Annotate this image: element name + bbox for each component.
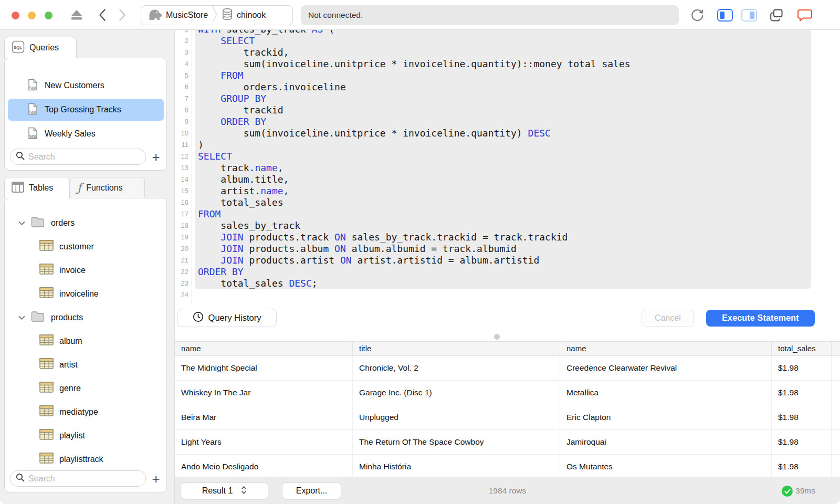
code-line: ) — [198, 139, 631, 151]
schema-folder-row[interactable]: products — [8, 306, 164, 329]
right-panel-fill — [750, 12, 754, 19]
clock-icon — [193, 311, 204, 324]
table-cell-spare — [832, 455, 840, 479]
table-cell: Chronicle, Vol. 2 — [353, 356, 560, 380]
line-number: 1 — [175, 30, 188, 35]
sql-code[interactable]: WITH sales_by_track AS ( SELECT trackid,… — [198, 30, 631, 301]
chevron-down-icon[interactable] — [18, 218, 25, 228]
table-cell: Metallica — [560, 381, 772, 405]
close-window-button[interactable] — [12, 12, 19, 19]
query-list-item[interactable]: SQL Top Grossing Tracks — [8, 99, 164, 121]
toggle-left-sidebar-button[interactable] — [717, 9, 733, 22]
schema-table-row[interactable]: customer — [8, 235, 164, 258]
schema-table-label: artist — [59, 360, 78, 370]
tables-search-input[interactable] — [28, 474, 140, 484]
breadcrumb-database[interactable]: chinook — [237, 10, 266, 20]
main-area: 123456789101112131415161718192021222324 … — [175, 30, 840, 504]
sql-editor[interactable]: 123456789101112131415161718192021222324 … — [175, 30, 840, 304]
table-row[interactable]: Ando Meio DesligadoMinha HistóriaOs Muta… — [175, 455, 840, 479]
code-line: album.title, — [198, 174, 631, 185]
zoom-window-button[interactable] — [45, 12, 52, 19]
column-header[interactable]: name — [175, 342, 353, 355]
execute-statement-button[interactable]: Execute Statement — [706, 310, 815, 327]
schema-table-label: mediatype — [59, 407, 98, 417]
minimize-window-button[interactable] — [28, 12, 36, 19]
query-history-button[interactable]: Query History — [177, 309, 277, 327]
tab-queries[interactable]: SQL Queries — [4, 37, 77, 58]
table-icon — [39, 405, 54, 418]
table-cell: $1.98 — [772, 455, 832, 479]
query-item-label: Top Grossing Tracks — [45, 105, 121, 114]
sql-badge-icon: SQL — [12, 40, 25, 56]
table-row[interactable]: Light YearsThe Return Of The Space Cowbo… — [175, 430, 840, 455]
tab-tables[interactable]: Tables — [4, 177, 70, 198]
line-number: 13 — [175, 162, 188, 174]
breadcrumb-server[interactable]: MusicStore — [166, 10, 208, 20]
queries-search-input[interactable] — [28, 152, 140, 162]
schema-table-row[interactable]: mediatype — [8, 400, 164, 424]
table-cell-spare — [832, 356, 840, 380]
forward-button[interactable] — [118, 8, 127, 22]
line-number: 9 — [175, 116, 188, 128]
tables-search-field[interactable] — [10, 470, 146, 487]
tab-queries-label: Queries — [29, 43, 59, 52]
line-number: 22 — [175, 266, 188, 278]
toggle-right-sidebar-button[interactable] — [741, 9, 757, 22]
tab-functions-label: Functions — [86, 183, 122, 193]
svg-text:SQL: SQL — [29, 110, 37, 114]
schema-table-label: genre — [59, 384, 81, 393]
queries-search-field[interactable] — [10, 149, 146, 165]
chat-bubble-icon[interactable] — [797, 8, 813, 23]
line-number: 24 — [175, 289, 188, 301]
schema-table-row[interactable]: artist — [8, 353, 164, 376]
refresh-icon[interactable] — [690, 7, 705, 22]
results-splitter[interactable] — [175, 331, 840, 331]
code-line: total_sales — [198, 197, 631, 208]
tables-panel: orders customer invoice invoiceline prod… — [4, 198, 167, 492]
schema-table-row[interactable]: playlisttrack — [8, 447, 164, 471]
code-line: JOIN products.track ON sales_by_track.tr… — [198, 232, 631, 243]
column-header[interactable]: name — [560, 342, 772, 355]
line-number: 7 — [175, 93, 188, 104]
line-number: 16 — [175, 197, 188, 208]
line-number-gutter: 123456789101112131415161718192021222324 — [175, 30, 188, 301]
add-table-button[interactable]: + — [150, 472, 162, 486]
tab-functions[interactable]: ƒ Functions — [70, 177, 145, 198]
code-line: total_sales DESC; — [198, 278, 631, 289]
schema-table-row[interactable]: invoice — [8, 258, 164, 282]
eject-disconnect-button[interactable] — [70, 8, 83, 22]
query-list-item[interactable]: SQL New Customers — [8, 75, 164, 97]
table-row[interactable]: Beira MarUnpluggedEric Clapton$1.98 — [175, 405, 840, 430]
breadcrumb-separator — [212, 5, 218, 26]
table-row[interactable]: Whiskey In The JarGarage Inc. (Disc 1)Me… — [175, 381, 840, 405]
table-icon — [39, 287, 54, 300]
column-header[interactable]: total_sales — [772, 342, 832, 355]
schema-folder-row[interactable]: orders — [8, 211, 164, 235]
schema-table-row[interactable]: album — [8, 329, 164, 353]
folder-icon — [31, 216, 45, 229]
schema-table-label: invoice — [59, 266, 86, 275]
table-cell: Minha História — [353, 455, 560, 479]
breadcrumb[interactable]: MusicStore chinook — [141, 5, 293, 25]
windows-icon[interactable] — [770, 8, 783, 22]
schema-table-row[interactable]: genre — [8, 376, 164, 400]
schema-table-row[interactable]: invoiceline — [8, 282, 164, 306]
sql-file-icon: SQL — [28, 127, 38, 141]
chevron-down-icon[interactable] — [18, 313, 25, 322]
schema-table-row[interactable]: playlist — [8, 424, 164, 447]
code-line: track.name, — [198, 162, 631, 174]
search-icon — [16, 473, 25, 484]
line-number: 23 — [175, 278, 188, 289]
add-query-button[interactable]: + — [150, 150, 162, 164]
table-row[interactable]: The Midnight SpecialChronicle, Vol. 2Cre… — [175, 356, 840, 381]
results-status-bar: Result 1 Export... 1984 rows 39ms — [175, 477, 840, 504]
folder-icon — [31, 311, 45, 324]
line-number: 17 — [175, 208, 188, 220]
schema-table-label: customer — [59, 242, 94, 251]
column-header[interactable]: title — [353, 342, 560, 355]
line-number: 20 — [175, 243, 188, 255]
back-button[interactable] — [98, 8, 107, 22]
line-number: 2 — [175, 35, 188, 47]
query-list-item[interactable]: SQL Weekly Sales — [8, 123, 164, 145]
splitter-handle-icon[interactable] — [494, 334, 500, 340]
